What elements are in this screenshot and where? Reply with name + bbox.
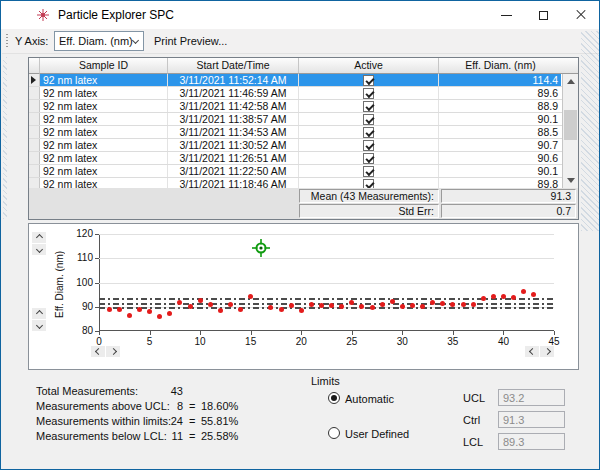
table-row[interactable]: 92 nm latex 3/11/2021 11:42:58 AM 88.9 <box>29 100 562 113</box>
row-header-cell[interactable] <box>29 87 40 99</box>
active-checkbox[interactable] <box>363 75 374 86</box>
scroll-up-button[interactable] <box>563 74 578 89</box>
active-checkbox[interactable] <box>363 166 374 177</box>
data-point[interactable] <box>167 311 172 316</box>
data-point[interactable] <box>147 309 152 314</box>
close-button[interactable] <box>562 1 599 29</box>
maximize-button[interactable] <box>525 1 562 29</box>
cell-sample-id[interactable]: 92 nm latex <box>40 139 168 151</box>
data-point[interactable] <box>511 295 516 300</box>
axis-scroll-right-button[interactable] <box>106 346 120 357</box>
cell-active[interactable] <box>299 74 439 86</box>
cell-eff-diam[interactable]: 89.6 <box>439 87 561 99</box>
table-row[interactable]: 92 nm latex 3/11/2021 11:46:59 AM 89.6 <box>29 87 562 100</box>
cell-active[interactable] <box>299 113 439 125</box>
automatic-radio-label[interactable]: Automatic <box>345 393 394 405</box>
cell-eff-diam[interactable]: 88.5 <box>439 126 561 138</box>
column-header-sample-id[interactable]: Sample ID <box>40 58 168 74</box>
cell-start-datetime[interactable]: 3/11/2021 11:34:53 AM <box>168 126 299 138</box>
column-header-active[interactable]: Active <box>299 58 439 74</box>
print-preview-button[interactable]: Print Preview... <box>154 35 227 47</box>
data-point[interactable] <box>481 296 486 301</box>
cell-eff-diam[interactable]: 90.7 <box>439 139 561 151</box>
cell-eff-diam[interactable]: 90.1 <box>439 165 561 177</box>
cell-sample-id[interactable]: 92 nm latex <box>40 126 168 138</box>
cell-eff-diam[interactable]: 89.8 <box>439 178 561 188</box>
automatic-radio[interactable] <box>328 392 340 404</box>
cell-start-datetime[interactable]: 3/11/2021 11:52:14 AM <box>168 74 299 86</box>
cell-sample-id[interactable]: 92 nm latex <box>40 100 168 112</box>
cell-sample-id[interactable]: 92 nm latex <box>40 178 168 188</box>
cell-start-datetime[interactable]: 3/11/2021 11:38:57 AM <box>168 113 299 125</box>
y-axis-dropdown[interactable]: Eff. Diam. (nm) <box>54 31 144 51</box>
data-point[interactable] <box>420 304 425 309</box>
data-point[interactable] <box>370 305 375 310</box>
cell-active[interactable] <box>299 100 439 112</box>
cell-sample-id[interactable]: 92 nm latex <box>40 74 168 86</box>
row-header-cell[interactable] <box>29 126 40 138</box>
row-header-cell[interactable] <box>29 113 40 125</box>
row-header-cell[interactable] <box>29 139 40 151</box>
active-checkbox[interactable] <box>363 127 374 138</box>
cell-sample-id[interactable]: 92 nm latex <box>40 152 168 164</box>
axis-scroll-left-button-2[interactable] <box>525 346 539 357</box>
cell-start-datetime[interactable]: 3/11/2021 11:30:52 AM <box>168 139 299 151</box>
cell-start-datetime[interactable]: 3/11/2021 11:26:51 AM <box>168 152 299 164</box>
ctrl-field[interactable] <box>498 411 565 428</box>
axis-scroll-right-button-2[interactable] <box>540 346 554 357</box>
row-header-cell[interactable] <box>29 100 40 112</box>
user-defined-radio[interactable] <box>328 427 340 439</box>
selected-data-point[interactable] <box>251 238 271 258</box>
row-header-cell[interactable] <box>29 74 40 86</box>
table-row[interactable]: 92 nm latex 3/11/2021 11:52:14 AM 114.4 <box>29 74 562 87</box>
table-row[interactable]: 92 nm latex 3/11/2021 11:38:57 AM 90.1 <box>29 113 562 126</box>
row-header-cell[interactable] <box>29 152 40 164</box>
column-header-start-datetime[interactable]: Start Date/Time <box>168 58 299 74</box>
data-point[interactable] <box>299 308 304 313</box>
data-point[interactable] <box>410 303 415 308</box>
data-point[interactable] <box>157 314 162 319</box>
table-row[interactable]: 92 nm latex 3/11/2021 11:22:50 AM 90.1 <box>29 165 562 178</box>
cell-active[interactable] <box>299 87 439 99</box>
data-point[interactable] <box>319 303 324 308</box>
table-row[interactable]: 92 nm latex 3/11/2021 11:26:51 AM 90.6 <box>29 152 562 165</box>
data-point[interactable] <box>228 302 233 307</box>
active-checkbox[interactable] <box>363 179 374 189</box>
user-defined-radio-label[interactable]: User Defined <box>345 428 409 440</box>
cell-active[interactable] <box>299 126 439 138</box>
table-row[interactable]: 92 nm latex 3/11/2021 11:34:53 AM 88.5 <box>29 126 562 139</box>
cell-eff-diam[interactable]: 88.9 <box>439 100 561 112</box>
data-point[interactable] <box>380 302 385 307</box>
row-header-cell[interactable] <box>29 178 40 188</box>
active-checkbox[interactable] <box>363 88 374 99</box>
table-row[interactable]: 92 nm latex 3/11/2021 11:30:52 AM 90.7 <box>29 139 562 152</box>
table-row[interactable]: 92 nm latex 3/11/2021 11:18:46 AM 89.8 <box>29 178 562 188</box>
data-point[interactable] <box>248 294 253 299</box>
data-point[interactable] <box>279 307 284 312</box>
cell-start-datetime[interactable]: 3/11/2021 11:42:58 AM <box>168 100 299 112</box>
cell-start-datetime[interactable]: 3/11/2021 11:18:46 AM <box>168 178 299 188</box>
cell-active[interactable] <box>299 165 439 177</box>
table-vertical-scrollbar[interactable] <box>562 74 578 188</box>
minimize-button[interactable] <box>488 1 525 29</box>
data-point[interactable] <box>289 303 294 308</box>
data-point[interactable] <box>107 307 112 312</box>
cell-start-datetime[interactable]: 3/11/2021 11:46:59 AM <box>168 87 299 99</box>
data-point[interactable] <box>461 302 466 307</box>
row-header-cell[interactable] <box>29 165 40 177</box>
cell-sample-id[interactable]: 92 nm latex <box>40 87 168 99</box>
axis-scroll-down-button[interactable] <box>32 244 46 255</box>
cell-active[interactable] <box>299 152 439 164</box>
lcl-field[interactable] <box>498 433 565 450</box>
axis-scroll-up-button-2[interactable] <box>32 308 46 319</box>
cell-active[interactable] <box>299 178 439 188</box>
data-point[interactable] <box>208 302 213 307</box>
cell-eff-diam[interactable]: 90.1 <box>439 113 561 125</box>
cell-active[interactable] <box>299 139 439 151</box>
cell-sample-id[interactable]: 92 nm latex <box>40 113 168 125</box>
active-checkbox[interactable] <box>363 140 374 151</box>
active-checkbox[interactable] <box>363 153 374 164</box>
toolbar-grip[interactable] <box>6 34 8 49</box>
axis-scroll-left-button[interactable] <box>91 346 105 357</box>
cell-eff-diam[interactable]: 90.6 <box>439 152 561 164</box>
